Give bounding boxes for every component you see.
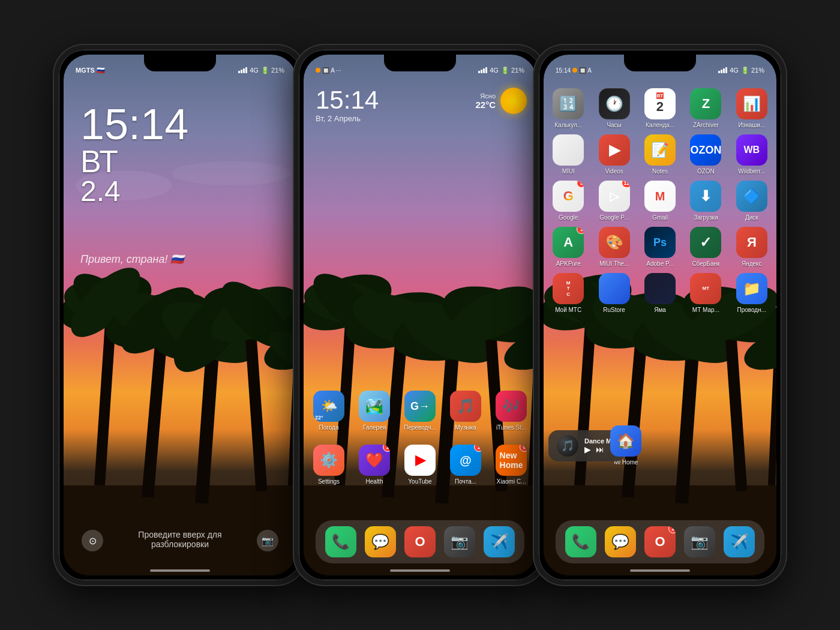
dock-phone[interactable]: 📞 bbox=[325, 526, 356, 557]
home-clock: 15:14 Вт, 2 Апрель bbox=[316, 88, 379, 123]
app-downloads[interactable]: ⬇ Загрузки bbox=[686, 181, 725, 221]
app-mtmap[interactable]: МТ МТ Мар... bbox=[686, 273, 725, 313]
app-iznas[interactable]: 📊 Изнаши... bbox=[732, 88, 772, 128]
app-gallery-icon: 🏞️ bbox=[359, 391, 390, 422]
app-settings[interactable]: ⚙️ Settings bbox=[311, 445, 347, 485]
app-disk-icon: 🔷 bbox=[736, 181, 767, 212]
lock-icon-right[interactable]: 📷 bbox=[257, 530, 278, 551]
app-google-icon: G 3 bbox=[553, 181, 584, 212]
app-gmail[interactable]: M Gmail bbox=[640, 181, 680, 221]
app-notes[interactable]: 📝 Notes bbox=[640, 134, 680, 175]
app-notes-icon: 📝 bbox=[644, 134, 676, 166]
app-miuitheme[interactable]: 🎨 MIUI The... bbox=[594, 227, 634, 267]
app-mts-label: Мой МТС bbox=[555, 307, 581, 313]
app-google-label: Google bbox=[559, 214, 578, 221]
app-calendar-label: Календа... bbox=[646, 122, 674, 128]
dock3-camera-icon: 📷 bbox=[684, 526, 715, 557]
app-wb[interactable]: WB Wildberr... bbox=[732, 134, 772, 175]
app-sber-icon: ✓ bbox=[690, 227, 721, 258]
app-itunes-icon: 🎶 bbox=[496, 391, 527, 422]
app-music[interactable]: 🎵 Музыка bbox=[448, 391, 484, 431]
app-videos[interactable]: ▶ Videos bbox=[594, 134, 634, 175]
app-xiaomi[interactable]: NewHome 9 Xiaomi C... bbox=[493, 445, 529, 485]
app-itunes-label: iTunes St... bbox=[496, 424, 526, 431]
dock-opera[interactable]: O bbox=[404, 526, 436, 557]
dock3-telegram[interactable]: ✈️ bbox=[724, 526, 755, 557]
app-itunes[interactable]: 🎶 iTunes St... bbox=[493, 391, 529, 431]
battery-1: 🔋 21% bbox=[261, 67, 284, 74]
notch-2 bbox=[384, 55, 456, 71]
dock-telegram[interactable]: ✈️ bbox=[484, 526, 515, 557]
music-next-btn[interactable]: ⏭ bbox=[596, 445, 604, 454]
app-gmail-label: Gmail bbox=[652, 214, 668, 221]
app-apkpure[interactable]: A 1 APKPure bbox=[548, 227, 588, 267]
app-gplay-icon: ▷ 12 bbox=[599, 181, 630, 212]
phone-3-drawer: 15:14 🔲 A 4G 🔋 21% 🔢 Калькул... bbox=[534, 45, 786, 585]
dock-messenger[interactable]: 💬 bbox=[365, 526, 396, 557]
home-indicator-2 bbox=[390, 569, 450, 572]
app-translate[interactable]: G→ Переводч... bbox=[402, 391, 438, 431]
dock3-messenger[interactable]: 💬 bbox=[605, 526, 636, 557]
dock3-opera-icon: O 2 bbox=[644, 526, 676, 557]
dock-camera-icon: 📷 bbox=[444, 526, 475, 557]
app-youtube[interactable]: ▶ YouTube bbox=[402, 445, 438, 485]
lock-icon-left[interactable]: ⊙ bbox=[82, 530, 103, 551]
app-miui[interactable]: MIUI bbox=[548, 134, 588, 175]
app-mail-icon: @ 1 bbox=[450, 445, 481, 476]
app-health[interactable]: ❤️ 1 Health bbox=[356, 445, 392, 485]
app-mihome-icon: 🏠 bbox=[610, 425, 641, 457]
app-clock-label: Часы bbox=[607, 122, 621, 128]
network-type-1: 4G bbox=[250, 67, 259, 74]
app-apkpure-label: APKPure bbox=[556, 260, 581, 267]
app-mail[interactable]: @ 1 Почта... bbox=[448, 445, 484, 485]
app-yama[interactable]: Яма bbox=[640, 273, 680, 313]
app-ozon[interactable]: OZON OZON bbox=[686, 134, 725, 175]
app-wb-icon: WB bbox=[736, 134, 767, 166]
app-calendar[interactable]: ВТ 2 Календа... bbox=[640, 88, 680, 128]
unlock-hint: Проведите вверх дляразблокировки bbox=[138, 530, 221, 551]
app-photoshop[interactable]: Ps Adobe P... bbox=[640, 227, 680, 267]
app-downloads-icon: ⬇ bbox=[690, 181, 721, 212]
app-apkpure-icon: A 1 bbox=[553, 227, 584, 258]
app-videos-icon: ▶ bbox=[599, 134, 630, 166]
svg-line-16 bbox=[250, 317, 262, 491]
battery-2: 🔋 21% bbox=[501, 67, 524, 74]
app-mts[interactable]: МТС Мой МТС bbox=[548, 273, 588, 313]
app-sber[interactable]: ✓ СберБанк bbox=[686, 227, 725, 267]
app-settings-icon: ⚙️ bbox=[313, 445, 344, 476]
carrier-1: MGTS 🇷🇺 bbox=[76, 67, 105, 74]
app-miuitheme-label: MIUI The... bbox=[599, 260, 629, 267]
app-mail-badge: 1 bbox=[474, 445, 481, 452]
app-miui-icon bbox=[553, 134, 584, 166]
app-gallery[interactable]: 🏞️ Галерея bbox=[356, 391, 392, 431]
network-type-3: 4G bbox=[730, 67, 739, 74]
app-clock[interactable]: 🕐 Часы bbox=[594, 88, 634, 128]
time-status-3: 15:14 bbox=[556, 67, 571, 74]
app-calc-icon: 🔢 bbox=[553, 88, 584, 119]
app-mail-label: Почта... bbox=[455, 478, 476, 485]
svg-line-53 bbox=[772, 353, 776, 485]
app-calc-label: Калькул... bbox=[554, 122, 582, 128]
dock3-phone-icon: 📞 bbox=[565, 526, 596, 557]
app-disk[interactable]: 🔷 Диск bbox=[732, 181, 772, 221]
app-weather[interactable]: 🌤️ 22° Погода bbox=[311, 391, 347, 431]
dock3-camera[interactable]: 📷 bbox=[684, 526, 715, 557]
dock3-phone[interactable]: 📞 bbox=[565, 526, 596, 557]
app-sber-label: СберБанк bbox=[692, 260, 719, 267]
phone-1-lockscreen: MGTS 🇷🇺 4G 🔋 21% 15:14 ВТ 2.4 Привет, ст… bbox=[54, 45, 306, 585]
weather-widget[interactable]: Ясно 22°C bbox=[475, 88, 527, 114]
app-zarchiver[interactable]: Z ZArchiver bbox=[686, 88, 725, 128]
app-miuitheme-icon: 🎨 bbox=[599, 227, 630, 258]
app-rustore[interactable]: RuStore bbox=[594, 273, 634, 313]
app-calc[interactable]: 🔢 Калькул... bbox=[548, 88, 588, 128]
app-files[interactable]: 📁 Проводн... bbox=[732, 273, 772, 313]
notch-3 bbox=[624, 55, 696, 71]
dock-camera[interactable]: 📷 bbox=[444, 526, 475, 557]
music-play-btn[interactable]: ▶ bbox=[584, 445, 591, 454]
app-google[interactable]: G 3 Google bbox=[548, 181, 588, 221]
app-yandex[interactable]: Я Яндекс bbox=[732, 227, 772, 267]
dock3-opera[interactable]: O 2 bbox=[644, 526, 676, 557]
app-music-label: Музыка bbox=[455, 424, 476, 431]
app-gplay-badge: 12 bbox=[622, 181, 630, 188]
app-gplay[interactable]: ▷ 12 Google P... bbox=[594, 181, 634, 221]
